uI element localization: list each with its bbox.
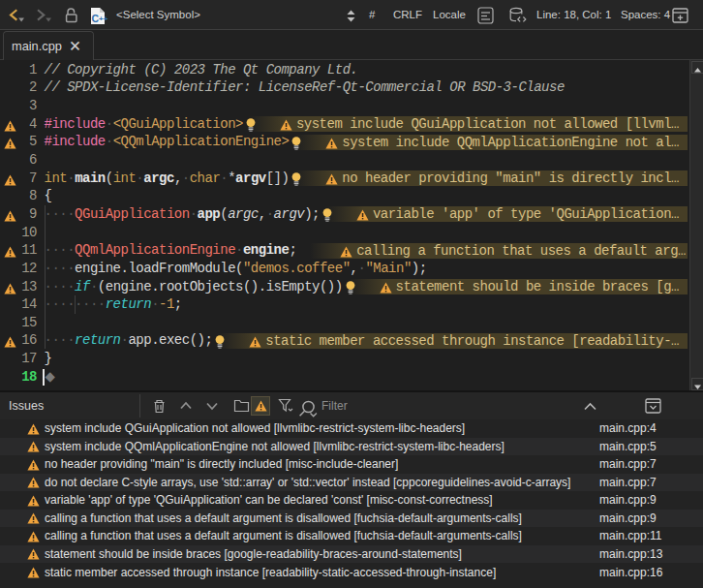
svg-text:++: ++ xyxy=(99,15,108,23)
